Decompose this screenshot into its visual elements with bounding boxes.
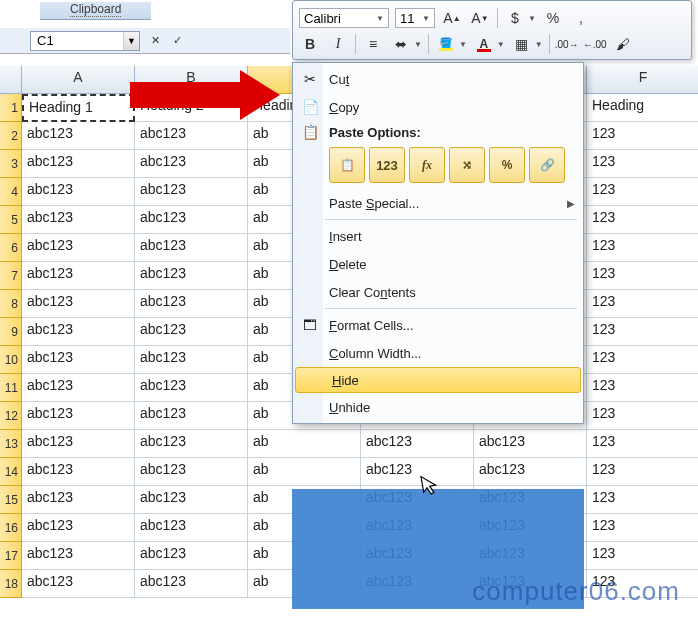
cell[interactable]: 123	[587, 374, 698, 402]
row-header[interactable]: 6	[0, 234, 22, 262]
row-header[interactable]: 14	[0, 458, 22, 486]
cell[interactable]: 123	[587, 430, 698, 458]
col-header-f[interactable]: F	[587, 66, 698, 94]
row-header[interactable]: 16	[0, 514, 22, 542]
cell[interactable]: abc123	[22, 542, 135, 570]
cell[interactable]: 123	[587, 234, 698, 262]
cell[interactable]: ab	[248, 458, 361, 486]
cell[interactable]: abc123	[135, 430, 248, 458]
cell[interactable]: 123	[587, 458, 698, 486]
name-box[interactable]: C1 ▼	[30, 31, 140, 51]
cell[interactable]: abc123	[135, 458, 248, 486]
enter-icon[interactable]: ✓	[168, 32, 186, 50]
cell[interactable]: 123	[587, 402, 698, 430]
percent-button[interactable]: %	[542, 7, 564, 29]
paste-option-transpose[interactable]: ⤭	[449, 147, 485, 183]
row-header[interactable]: 3	[0, 150, 22, 178]
decrease-font-icon[interactable]: A▼	[469, 7, 491, 29]
cell[interactable]: 123	[587, 150, 698, 178]
row-header[interactable]: 11	[0, 374, 22, 402]
row-header[interactable]: 15	[0, 486, 22, 514]
font-color-button[interactable]: A	[473, 33, 495, 55]
cell[interactable]: 123	[587, 206, 698, 234]
name-box-dropdown-icon[interactable]: ▼	[123, 32, 139, 50]
menu-delete[interactable]: Delete	[293, 250, 583, 278]
currency-button[interactable]: $	[504, 7, 526, 29]
cell[interactable]: abc123	[135, 514, 248, 542]
cell[interactable]: 123	[587, 346, 698, 374]
font-name-box[interactable]: Calibri▼	[299, 8, 389, 28]
cell[interactable]: abc123	[22, 514, 135, 542]
cell[interactable]: abc123	[135, 150, 248, 178]
cell[interactable]: abc123	[22, 206, 135, 234]
row-header[interactable]: 4	[0, 178, 22, 206]
cell[interactable]: abc123	[135, 570, 248, 598]
increase-font-icon[interactable]: A▲	[441, 7, 463, 29]
cell[interactable]: abc123	[135, 122, 248, 150]
cell[interactable]: abc123	[22, 234, 135, 262]
cell[interactable]: abc123	[135, 318, 248, 346]
fill-color-button[interactable]: 🪣	[435, 33, 457, 55]
select-all-corner[interactable]	[0, 66, 22, 94]
cell[interactable]: abc123	[135, 178, 248, 206]
menu-format-cells[interactable]: 🗔 Format Cells...	[293, 311, 583, 339]
row-header[interactable]: 1	[0, 94, 22, 122]
cell[interactable]: abc123	[22, 430, 135, 458]
row-header[interactable]: 7	[0, 262, 22, 290]
cell[interactable]: abc123	[135, 402, 248, 430]
increase-decimal-icon[interactable]: .00→	[556, 33, 578, 55]
row-header[interactable]: 10	[0, 346, 22, 374]
paste-option-formatting[interactable]: %	[489, 147, 525, 183]
comma-button[interactable]: ,	[570, 7, 592, 29]
cell[interactable]: abc123	[135, 374, 248, 402]
paste-option-all[interactable]: 📋	[329, 147, 365, 183]
decrease-decimal-icon[interactable]: ←.00	[584, 33, 606, 55]
cell[interactable]: 123	[587, 542, 698, 570]
cell[interactable]: abc123	[474, 458, 587, 486]
cell[interactable]: 123	[587, 262, 698, 290]
cell[interactable]: abc123	[135, 346, 248, 374]
cell[interactable]: Heading	[587, 94, 698, 122]
menu-copy[interactable]: 📄 Copy	[293, 93, 583, 121]
row-header[interactable]: 12	[0, 402, 22, 430]
cell[interactable]: 123	[587, 570, 698, 598]
row-header[interactable]: 8	[0, 290, 22, 318]
cell[interactable]: 123	[587, 290, 698, 318]
row-header[interactable]: 5	[0, 206, 22, 234]
cancel-icon[interactable]: ✕	[146, 32, 164, 50]
bold-button[interactable]: B	[299, 33, 321, 55]
row-header[interactable]: 9	[0, 318, 22, 346]
row-header[interactable]: 2	[0, 122, 22, 150]
cell[interactable]: abc123	[135, 206, 248, 234]
cell[interactable]: abc123	[135, 542, 248, 570]
cell[interactable]: abc123	[135, 262, 248, 290]
cell[interactable]: 123	[587, 514, 698, 542]
cell[interactable]: abc123	[22, 458, 135, 486]
cell[interactable]: abc123	[135, 290, 248, 318]
col-header-a[interactable]: A	[22, 66, 135, 94]
paste-option-formulas[interactable]: fx	[409, 147, 445, 183]
cell[interactable]: abc123	[22, 402, 135, 430]
menu-unhide[interactable]: Unhide	[293, 393, 583, 421]
menu-paste-special[interactable]: Paste Special... ▶	[293, 189, 583, 217]
borders-button[interactable]: ▦	[511, 33, 533, 55]
cell[interactable]: abc123	[22, 262, 135, 290]
cell[interactable]: abc123	[22, 122, 135, 150]
cell[interactable]: 123	[587, 122, 698, 150]
row-header[interactable]: 17	[0, 542, 22, 570]
cell[interactable]: abc123	[474, 430, 587, 458]
cell[interactable]: abc123	[361, 430, 474, 458]
cell[interactable]: abc123	[22, 346, 135, 374]
row-header[interactable]: 18	[0, 570, 22, 598]
paste-option-values[interactable]: 123	[369, 147, 405, 183]
cell[interactable]: abc123	[361, 458, 474, 486]
cell[interactable]: abc123	[22, 178, 135, 206]
row-header[interactable]: 13	[0, 430, 22, 458]
cell[interactable]: abc123	[22, 570, 135, 598]
paste-option-link[interactable]: 🔗	[529, 147, 565, 183]
align-center-icon[interactable]: ≡	[362, 33, 384, 55]
cell[interactable]: 123	[587, 486, 698, 514]
cell[interactable]: abc123	[22, 318, 135, 346]
italic-button[interactable]: I	[327, 33, 349, 55]
menu-insert[interactable]: Insert	[293, 222, 583, 250]
